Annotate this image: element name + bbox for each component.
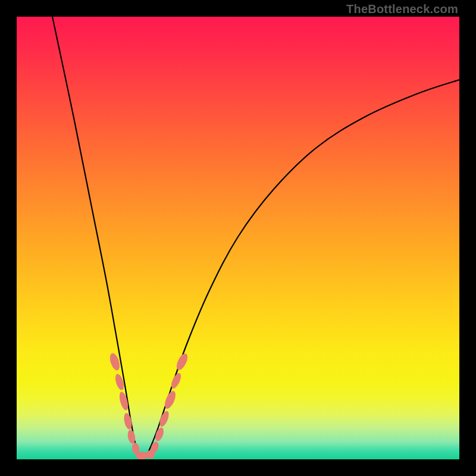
chart-frame: TheBottleneck.com: [0, 0, 476, 476]
marker-point: [158, 410, 171, 428]
curves-svg: [17, 17, 459, 459]
watermark-text: TheBottleneck.com: [346, 2, 458, 16]
left-curve: [52, 17, 143, 459]
marker-group: [108, 352, 190, 459]
right-curve: [143, 80, 459, 459]
plot-area: [17, 17, 459, 459]
